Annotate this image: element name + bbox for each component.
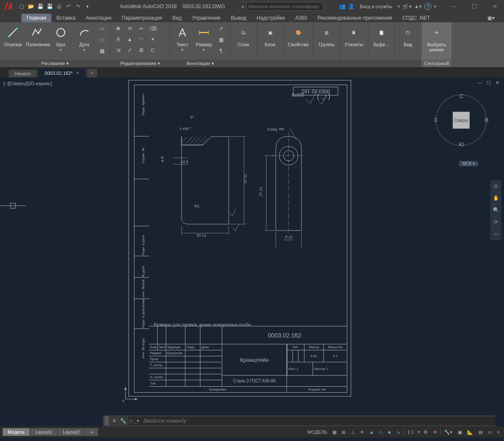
tool-fillet-icon[interactable]: ◠ [136, 35, 146, 44]
nav-zoom-icon[interactable]: 🔍 [492, 206, 500, 214]
qat-dropdown-icon[interactable]: ▾ [83, 2, 92, 11]
status-clean-icon[interactable]: ▭ [486, 428, 494, 436]
tool-trim-icon[interactable]: ✂ [136, 24, 146, 33]
exchange-icon[interactable]: 🛒▾ [403, 3, 412, 9]
status-scale[interactable]: 1:1 [406, 428, 415, 436]
drawing-canvas[interactable]: [−][Сверху][2D-каркас] — ☐ ✕ Сверху С Ю … [0, 77, 504, 415]
tool-scale-icon[interactable]: ⤢ [125, 45, 135, 55]
sign-in-button[interactable]: Вход в службы [357, 4, 395, 9]
tab-a360[interactable]: A360 [290, 14, 312, 22]
tool-leader-icon[interactable]: ↗ [216, 24, 226, 33]
tool-text[interactable]: AТекст▾ [173, 24, 192, 53]
status-workspace-icon[interactable]: 🔧▾ [442, 428, 454, 436]
tab-annotate[interactable]: Аннотации [81, 14, 116, 22]
ribbon-options-icon[interactable]: ▣▾ [482, 14, 500, 22]
tool-mirror-icon[interactable]: ▲ [125, 35, 135, 44]
status-monitor-icon[interactable]: ▣ [456, 428, 464, 436]
tool-dimension[interactable]: Размер▾ [194, 24, 213, 53]
cmdline-grip[interactable] [104, 416, 109, 426]
status-annoscale-icon[interactable]: ✛ [431, 428, 438, 436]
vp-minimize-icon[interactable]: — [477, 80, 483, 86]
status-isodraft-icon[interactable]: ▲ [367, 428, 376, 436]
status-snap-icon[interactable]: ⊞ [340, 428, 347, 436]
tool-hatch-icon[interactable]: ▦ [97, 46, 107, 56]
minimize-button[interactable]: ─ [447, 2, 460, 11]
status-osnap-icon[interactable]: ◇ [377, 428, 384, 436]
panel-title-modify[interactable]: Редактирование ▾ [110, 59, 170, 67]
status-otrack-icon[interactable]: ↘ [394, 428, 402, 436]
status-quickprops-icon[interactable]: ▤ [477, 428, 484, 436]
nav-orbit-icon[interactable]: ⟳ [492, 218, 500, 226]
viewcube-face[interactable]: Сверху [453, 112, 470, 129]
tool-array-icon[interactable]: ⊞ [136, 45, 146, 55]
doc-tab-active[interactable]: 0003.02.162*× [39, 69, 85, 77]
qat-plot-icon[interactable]: 🖨 [55, 2, 63, 11]
qat-new-icon[interactable]: ▢ [17, 2, 26, 11]
tool-clipboard[interactable]: 📋Буфе... [371, 24, 392, 47]
tool-circle[interactable]: Круг▾ [51, 24, 71, 53]
status-gear-icon[interactable]: ⚙ [422, 428, 429, 436]
tool-move-icon[interactable]: ✥ [113, 24, 123, 33]
viewcube-west[interactable]: З [434, 117, 437, 123]
tool-groups[interactable]: ⊞Группы [316, 24, 337, 47]
status-polar-icon[interactable]: ✛ [358, 428, 366, 436]
panel-title-draw[interactable]: Рисование ▾ [0, 59, 110, 67]
tab-view[interactable]: Вид [167, 14, 187, 22]
tool-copy-icon[interactable]: ⎘ [113, 35, 123, 44]
tab-addins[interactable]: Надстройки [251, 14, 290, 22]
layout-tab-model[interactable]: Модель [3, 428, 30, 436]
tab-featured[interactable]: Рекомендованные приложения [312, 14, 397, 22]
tool-explode-icon[interactable]: ✴ [148, 35, 158, 44]
tool-rotate-icon[interactable]: ⟲ [125, 24, 135, 33]
close-tab-icon[interactable]: × [76, 70, 79, 76]
qat-saveas-icon[interactable]: 💾 [45, 2, 54, 11]
tool-polyline[interactable]: Полилиния [26, 24, 48, 47]
nav-pan-icon[interactable]: ✋ [492, 194, 500, 202]
help-icon[interactable]: ? [424, 3, 431, 10]
status-ortho-icon[interactable]: ⊥ [349, 428, 357, 436]
vp-close-icon[interactable]: ✕ [494, 80, 501, 86]
qat-undo-icon[interactable]: ↶ [64, 2, 73, 11]
viewcube-east[interactable]: В [485, 117, 489, 123]
tool-properties[interactable]: 🎨Свойства [286, 24, 310, 47]
layout-tab-add[interactable]: + [85, 428, 98, 436]
app-logo[interactable] [2, 0, 14, 12]
viewcube-south[interactable]: Ю [459, 141, 464, 148]
status-customize-icon[interactable]: ≡ [495, 428, 501, 436]
status-model-button[interactable]: МОДЕЛЬ [306, 428, 329, 436]
close-button[interactable]: ✕ [489, 2, 501, 11]
panel-title-annot[interactable]: Аннотации ▾ [170, 59, 230, 67]
cmdline-customize-icon[interactable]: 🔧 [118, 418, 128, 424]
tool-mtext-icon[interactable]: ¶ [216, 46, 226, 56]
tool-view[interactable]: 🗀Вид [397, 24, 418, 47]
qat-save-icon[interactable]: 💾 [36, 2, 45, 11]
vp-maximize-icon[interactable]: ☐ [485, 80, 492, 86]
tab-output[interactable]: Вывод [226, 14, 251, 22]
viewport-label[interactable]: [−][Сверху][2D-каркас] [3, 81, 52, 86]
layout-tab-2[interactable]: Layout2 [58, 428, 85, 436]
tool-erase-icon[interactable]: ⌫ [148, 24, 158, 33]
tool-stretch-icon[interactable]: ⇲ [113, 45, 123, 55]
tool-offset-icon[interactable]: ⊏ [148, 45, 158, 55]
tab-manage[interactable]: Управление [187, 14, 226, 22]
tab-parametric[interactable]: Параметризация [116, 14, 167, 22]
layout-tab-1[interactable]: Layout1 [30, 428, 57, 436]
viewcube[interactable]: Сверху С Ю В З [435, 95, 487, 146]
tool-layers[interactable]: 🗂Слои [233, 24, 254, 47]
tool-table-icon[interactable]: ▦ [216, 35, 226, 44]
new-tab-button[interactable]: + [87, 69, 97, 77]
tool-ellipse-icon[interactable]: ⬭ [97, 35, 107, 44]
tab-home[interactable]: Главная [21, 14, 51, 22]
status-units-icon[interactable]: 📐 [465, 428, 475, 436]
connectivity-icon[interactable]: 👥 [339, 3, 346, 9]
nav-wheel-icon[interactable]: ◎ [492, 182, 500, 190]
autodesk-app-icon[interactable]: ▲▾ [414, 3, 422, 9]
viewcube-north[interactable]: С [459, 93, 463, 99]
tool-block[interactable]: ▣Блок [259, 24, 280, 47]
search-play-icon[interactable]: ▸ [242, 3, 245, 9]
maximize-button[interactable]: ☐ [468, 2, 481, 11]
tab-spds[interactable]: СПДС .NET [397, 14, 435, 22]
tool-touch-mode[interactable]: ✛Выбрать режим [424, 24, 449, 52]
qat-redo-icon[interactable]: ↷ [74, 2, 82, 11]
nav-showmotion-icon[interactable]: ▭ [492, 230, 500, 238]
